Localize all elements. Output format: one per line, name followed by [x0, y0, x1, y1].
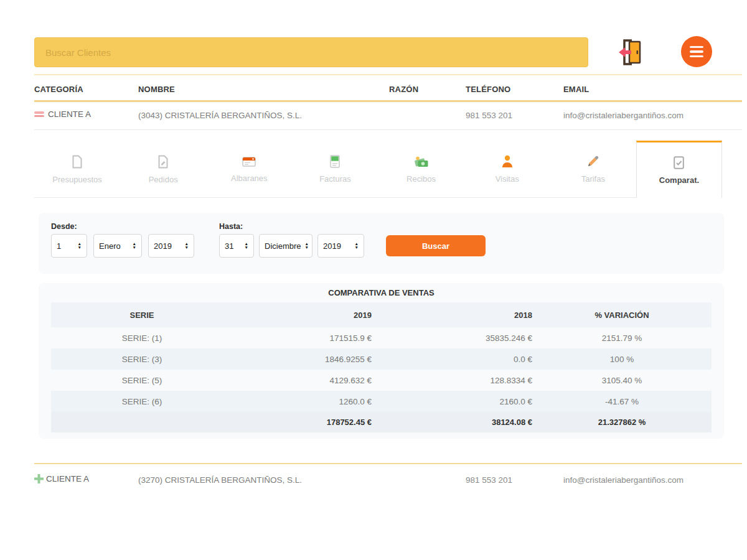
- logout-button[interactable]: [614, 35, 649, 70]
- desde-year-value: 2019: [154, 241, 172, 251]
- divider: [34, 197, 722, 198]
- comparison-title: COMPARATIVA DE VENTAS: [39, 283, 724, 297]
- tab-label: Visitas: [496, 174, 519, 184]
- variation-cell: 100 %: [532, 355, 712, 364]
- tab-label: Facturas: [319, 174, 351, 184]
- v2019-cell: 4129.632 €: [233, 376, 372, 385]
- col-2019: 2019: [233, 310, 372, 320]
- client-name: (3270) CRISTALERÍA BERGANTIÑOS, S.L.: [138, 475, 302, 485]
- v2018-cell: 128.8334 €: [372, 376, 532, 385]
- search-input[interactable]: [34, 37, 588, 67]
- tab-label: Pedidos: [149, 175, 178, 184]
- tab-facturas[interactable]: Facturas: [292, 141, 378, 198]
- variation-cell: 3105.40 %: [532, 376, 712, 385]
- stepper-icon: [305, 242, 309, 250]
- table-row: SERIE: (6) 1260.0 € 2160.0 € -41.67 %: [51, 391, 712, 412]
- tab-tarifas[interactable]: Tarifas: [550, 141, 636, 198]
- client-detail-page: CATEGORÍA NOMBRE RAZÓN TELÉFONO EMAIL CL…: [0, 0, 747, 560]
- serie-cell: SERIE: (6): [51, 397, 233, 406]
- delivery-note-icon: [242, 156, 256, 167]
- hasta-month-select[interactable]: Diciembre: [259, 234, 312, 258]
- v2018-cell: 2160.0 €: [372, 397, 532, 406]
- col-2018: 2018: [372, 310, 532, 320]
- tab-label: Presupuestos: [52, 175, 102, 184]
- pink-dash-icon: [34, 111, 44, 117]
- header-email: EMAIL: [563, 85, 589, 94]
- variation-cell: 2151.79 %: [532, 334, 712, 343]
- client-email: info@cristaleriabergantiños.com: [563, 475, 684, 485]
- hasta-year-select[interactable]: 2019: [317, 234, 364, 258]
- hasta-label: Hasta:: [219, 222, 243, 231]
- total-2018-cell: 38124.08 €: [372, 418, 532, 427]
- desde-month-select[interactable]: Enero: [93, 234, 142, 258]
- desde-day-select[interactable]: 1: [51, 234, 87, 258]
- hasta-day-select[interactable]: 31: [219, 234, 254, 258]
- tab-recibos[interactable]: Recibos: [378, 141, 464, 198]
- divider: [34, 74, 742, 75]
- desde-year-select[interactable]: 2019: [148, 234, 194, 258]
- compare-document-icon: [674, 156, 684, 169]
- header-categoria: CATEGORÍA: [34, 85, 83, 94]
- client-list-header: CATEGORÍA NOMBRE RAZÓN TELÉFONO EMAIL: [34, 85, 742, 98]
- tab-visitas[interactable]: Visitas: [464, 141, 550, 198]
- green-plus-icon: [34, 474, 44, 483]
- stepper-icon: [185, 242, 189, 250]
- col-serie: SERIE: [51, 310, 233, 320]
- desde-month-value: Enero: [99, 241, 121, 251]
- comparison-panel: COMPARATIVA DE VENTAS SERIE 2019 2018 % …: [39, 283, 724, 439]
- tab-label: Albaranes: [231, 174, 268, 183]
- tab-label: Comparat.: [659, 175, 699, 185]
- divider: [34, 129, 742, 130]
- table-row: SERIE: (1) 171515.9 € 35835.246 € 2151.7…: [51, 327, 712, 348]
- date-filter-panel: Desde: 1 Enero 2019 Hasta: 31 Diciembre …: [39, 213, 724, 274]
- table-total-row: 178752.45 € 38124.08 € 21.327862 %: [51, 412, 712, 432]
- hasta-month-value: Diciembre: [265, 241, 301, 251]
- tab-comparativa[interactable]: Comparat.: [636, 141, 722, 198]
- v2018-cell: 35835.246 €: [372, 334, 532, 343]
- col-variacion: % VARIACIÓN: [532, 310, 712, 320]
- client-category: CLIENTE A: [46, 474, 89, 483]
- tab-bar: Presupuestos Pedidos Albaranes: [34, 141, 722, 198]
- person-icon: [501, 155, 514, 168]
- client-email: info@cristaleriabergantiños.com: [563, 111, 684, 120]
- client-phone: 981 553 201: [466, 475, 512, 485]
- header-razon: RAZÓN: [389, 85, 418, 94]
- hasta-year-value: 2019: [323, 241, 341, 251]
- desde-day-value: 1: [57, 241, 61, 251]
- pencil-icon: [586, 155, 599, 168]
- variation-cell: -41.67 %: [532, 397, 712, 406]
- buscar-button[interactable]: Buscar: [386, 235, 486, 256]
- v2019-cell: 171515.9 €: [233, 334, 372, 343]
- stepper-icon: [245, 242, 248, 250]
- total-2019-cell: 178752.45 €: [233, 418, 372, 427]
- client-category: CLIENTE A: [48, 110, 91, 119]
- document-icon: [72, 155, 83, 169]
- serie-cell: SERIE: (1): [51, 334, 233, 343]
- stepper-icon: [133, 242, 136, 250]
- document-edit-icon: [157, 155, 169, 169]
- divider: [34, 463, 742, 464]
- serie-cell: SERIE: (3): [51, 355, 233, 364]
- table-row: SERIE: (3) 1846.9255 € 0.0 € 100 %: [51, 348, 712, 370]
- exit-door-icon: [616, 38, 646, 67]
- invoice-icon: [330, 155, 340, 168]
- comparison-table: SERIE 2019 2018 % VARIACIÓN SERIE: (1) 1…: [51, 302, 712, 432]
- header-nombre: NOMBRE: [138, 85, 175, 94]
- client-row-selected[interactable]: CLIENTE A (3043) CRISTALERÍA BERGANTIÑOS…: [34, 107, 742, 126]
- stepper-icon: [78, 242, 82, 250]
- client-phone: 981 553 201: [466, 111, 512, 120]
- tab-presupuestos[interactable]: Presupuestos: [34, 141, 120, 198]
- v2019-cell: 1846.9255 €: [233, 355, 372, 364]
- table-row: SERIE: (5) 4129.632 € 128.8334 € 3105.40…: [51, 370, 712, 391]
- stepper-icon: [355, 242, 359, 250]
- client-row-next[interactable]: CLIENTE A (3270) CRISTALERÍA BERGANTIÑOS…: [34, 472, 742, 490]
- serie-cell: SERIE: (5): [51, 376, 233, 385]
- money-icon: [414, 156, 429, 168]
- v2018-cell: 0.0 €: [372, 355, 532, 364]
- tab-pedidos[interactable]: Pedidos: [120, 141, 206, 198]
- menu-button[interactable]: [681, 36, 712, 67]
- tab-albaranes[interactable]: Albaranes: [206, 141, 292, 198]
- comparison-table-header: SERIE 2019 2018 % VARIACIÓN: [51, 302, 712, 327]
- total-variation-cell: 21.327862 %: [532, 418, 712, 427]
- hasta-day-value: 31: [225, 241, 233, 251]
